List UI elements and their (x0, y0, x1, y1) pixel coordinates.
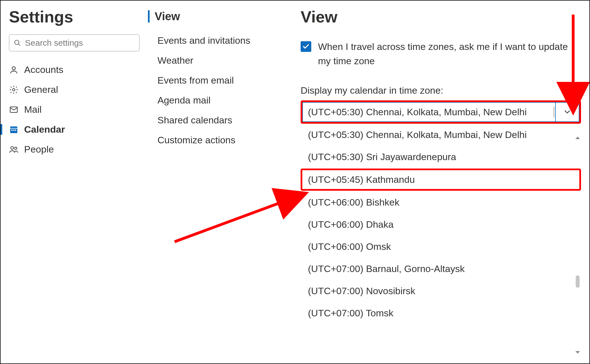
timezone-field-label: Display my calendar in time zone: (301, 85, 581, 96)
timezone-option[interactable]: (UTC+06:00) Dhaka (301, 213, 581, 236)
timezone-combobox[interactable]: (UTC+05:30) Chennai, Kolkata, Mumbai, Ne… (301, 100, 581, 124)
svg-marker-13 (575, 137, 580, 139)
calendar-icon (9, 125, 19, 134)
search-settings-input[interactable] (25, 38, 135, 48)
nav-label: Calendar (24, 124, 65, 135)
nav-item-calendar[interactable]: Calendar (1, 119, 140, 139)
travel-timezone-label: When I travel across time zones, ask me … (318, 40, 581, 68)
nav-label: General (24, 84, 58, 95)
settings-content: View When I travel across time zones, as… (294, 1, 589, 363)
svg-point-3 (13, 88, 15, 91)
svg-rect-9 (15, 130, 16, 131)
timezone-option[interactable]: (UTC+07:00) Novosibirsk (301, 280, 581, 302)
gear-icon (9, 85, 19, 95)
scroll-up-icon[interactable] (574, 135, 581, 142)
search-settings-input-wrap[interactable] (9, 34, 140, 51)
timezone-selected-value[interactable]: (UTC+05:30) Chennai, Kolkata, Mumbai, Ne… (303, 103, 555, 121)
nav-item-people[interactable]: People (1, 139, 140, 159)
settings-nav: Accounts General Mail (1, 60, 140, 159)
nav-item-general[interactable]: General (1, 80, 140, 100)
travel-timezone-row: When I travel across time zones, ask me … (301, 40, 581, 68)
timezone-option[interactable]: (UTC+05:30) Chennai, Kolkata, Mumbai, Ne… (301, 124, 581, 146)
content-heading: View (301, 7, 581, 26)
scrollbar-thumb[interactable] (576, 275, 580, 288)
timezone-option[interactable]: (UTC+07:00) Tomsk (301, 302, 581, 324)
timezone-option[interactable]: (UTC+06:00) Omsk (301, 236, 581, 258)
settings-sidebar: Settings Accounts (1, 1, 148, 363)
subnav-item-events-from-email[interactable]: Events from email (151, 70, 291, 90)
subnav-item-agenda-mail[interactable]: Agenda mail (151, 90, 291, 110)
search-icon (14, 39, 21, 47)
svg-point-12 (15, 147, 17, 149)
nav-item-accounts[interactable]: Accounts (1, 60, 140, 80)
svg-marker-14 (575, 351, 580, 354)
settings-subnav: View Events and invitations Weather Even… (148, 1, 294, 363)
subnav-item-events-invitations[interactable]: Events and invitations (151, 31, 291, 50)
subnav-item-customize-actions[interactable]: Customize actions (151, 130, 291, 150)
svg-rect-8 (13, 130, 14, 131)
nav-item-mail[interactable]: Mail (1, 100, 140, 119)
timezone-option[interactable]: (UTC+05:45) Kathmandu (301, 169, 581, 191)
timezone-option[interactable]: (UTC+06:00) Bishkek (301, 191, 581, 213)
travel-timezone-checkbox[interactable] (301, 41, 311, 52)
svg-rect-4 (10, 107, 17, 112)
timezone-option[interactable]: (UTC+07:00) Barnaul, Gorno-Altaysk (301, 258, 581, 280)
timezone-listbox[interactable]: (UTC+05:30) Chennai, Kolkata, Mumbai, Ne… (301, 124, 581, 324)
nav-label: Accounts (24, 64, 63, 75)
subnav-heading: View (148, 7, 291, 26)
svg-point-11 (11, 146, 13, 149)
timezone-option[interactable]: (UTC+05:30) Sri Jayawardenepura (301, 146, 581, 168)
svg-line-1 (18, 44, 20, 46)
nav-label: People (24, 144, 54, 155)
settings-title: Settings (9, 7, 140, 26)
svg-point-2 (12, 66, 15, 70)
subnav-item-shared-calendars[interactable]: Shared calendars (151, 110, 291, 130)
scroll-down-icon[interactable] (574, 349, 581, 357)
svg-rect-7 (12, 130, 13, 131)
person-icon (9, 65, 19, 75)
chevron-down-icon (563, 107, 571, 117)
subnav-item-weather[interactable]: Weather (151, 50, 291, 70)
nav-label: Mail (24, 104, 42, 115)
timezone-dropdown-button[interactable] (555, 103, 579, 121)
svg-point-0 (15, 40, 19, 44)
people-icon (9, 145, 19, 154)
mail-icon (9, 105, 19, 114)
